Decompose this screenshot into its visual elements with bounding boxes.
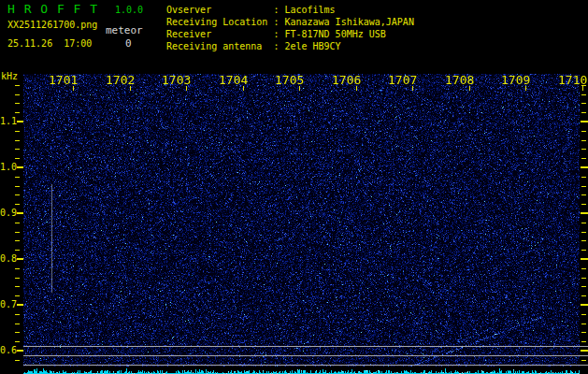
- freq-tick-right: [581, 341, 586, 342]
- freq-tick-left: [15, 103, 20, 104]
- freq-tick-right: [581, 240, 586, 241]
- freq-tick-left: [17, 304, 23, 306]
- freq-tick-right: [581, 177, 586, 178]
- freq-tick-left: [15, 250, 20, 251]
- freq-tick-left: [15, 360, 20, 361]
- freq-tick-left: [15, 186, 20, 187]
- reference-line: [23, 355, 588, 356]
- freq-tick-left: [15, 204, 20, 205]
- time-label: 1702: [106, 75, 135, 86]
- freq-tick-right: [581, 360, 586, 361]
- freq-tick-left: [15, 314, 20, 315]
- freq-tick-right: [581, 121, 588, 122]
- freq-tick-right: [581, 278, 586, 279]
- hrofft-screen: H R O F F T 1.0.0 XX2511261700.png meteo…: [0, 0, 588, 374]
- freq-tick-left: [15, 278, 20, 279]
- time-label: 1701: [49, 75, 78, 86]
- freq-tick-left: [17, 350, 23, 352]
- freq-tick-right: [581, 304, 588, 306]
- freq-tick-right: [581, 140, 586, 141]
- time-tick: [299, 86, 300, 91]
- time-tick: [469, 86, 470, 91]
- freq-tick-right: [581, 94, 586, 95]
- time-tick: [412, 86, 413, 91]
- time-label: 1703: [162, 75, 191, 86]
- freq-label: 0.9: [0, 208, 16, 219]
- freq-label: 1.0: [0, 162, 16, 173]
- time-label: 1705: [275, 75, 304, 86]
- freq-unit-label: kHz: [1, 71, 18, 81]
- receiver-info-row: Receiver : FT-817ND 50MHz USB: [166, 28, 414, 40]
- signal-level-strip: [23, 367, 580, 374]
- spectrogram-canvas: [23, 74, 580, 367]
- time-label: 1706: [332, 75, 361, 86]
- freq-tick-left: [15, 295, 20, 296]
- freq-tick-left: [15, 324, 20, 324]
- time-tick: [186, 86, 187, 91]
- freq-tick-left: [17, 166, 23, 168]
- freq-tick-right: [581, 166, 588, 168]
- freq-tick-left: [15, 332, 20, 333]
- freq-tick-right: [581, 324, 586, 324]
- reference-line: [23, 365, 588, 366]
- freq-tick-right: [581, 149, 586, 150]
- freq-tick-left: [15, 85, 20, 86]
- time-label: 1710: [558, 75, 587, 86]
- freq-tick-right: [581, 268, 586, 269]
- time-tick: [73, 86, 74, 91]
- freq-label: 0.8: [0, 253, 16, 265]
- time-tick: [525, 86, 526, 91]
- receiver-info-row: Receiving Location : Kanazawa Ishikawa,J…: [166, 16, 414, 28]
- freq-tick-right: [581, 158, 586, 159]
- receiver-info-row: Ovserver : Lacofilms: [166, 4, 414, 16]
- freq-tick-right: [581, 350, 588, 352]
- freq-tick-left: [15, 240, 20, 241]
- freq-tick-right: [581, 286, 586, 287]
- receiver-info-row: Receiving antenna : 2ele HB9CY: [166, 40, 414, 52]
- freq-tick-right: [581, 112, 586, 113]
- app-version: 1.0.0: [115, 5, 143, 15]
- freq-label: 0.7: [0, 299, 16, 310]
- freq-tick-right: [581, 204, 586, 205]
- freq-tick-right: [581, 131, 586, 132]
- freq-tick-left: [15, 94, 20, 95]
- freq-tick-right: [581, 212, 588, 214]
- time-tick: [356, 86, 357, 91]
- freq-tick-left: [15, 140, 20, 141]
- date-time-label: 25.11.26 17:00: [7, 38, 92, 50]
- mode-label: meteor: [106, 25, 143, 36]
- freq-tick-left: [15, 149, 20, 150]
- meteor-count: 0: [125, 38, 132, 50]
- app-title: H R O F F T: [7, 3, 98, 15]
- time-tick: [582, 86, 583, 91]
- freq-tick-left: [15, 286, 20, 287]
- freq-tick-right: [581, 295, 586, 296]
- time-tick: [130, 86, 131, 91]
- time-label: 1704: [219, 75, 248, 86]
- receiver-info-block: Ovserver : LacofilmsReceiving Location :…: [166, 4, 414, 52]
- time-label: 1709: [501, 75, 530, 86]
- freq-tick-right: [581, 314, 586, 315]
- freq-tick-right: [581, 186, 586, 187]
- freq-tick-left: [15, 341, 20, 342]
- time-label: 1708: [445, 75, 474, 86]
- freq-tick-left: [15, 194, 20, 195]
- freq-tick-right: [581, 250, 586, 251]
- freq-tick-right: [581, 232, 586, 233]
- freq-label: 1.1: [0, 116, 16, 127]
- reference-line: [23, 346, 588, 347]
- freq-tick-left: [15, 223, 20, 223]
- freq-tick-left: [15, 232, 20, 233]
- freq-tick-right: [581, 332, 586, 333]
- freq-tick-right: [581, 258, 588, 260]
- freq-tick-left: [15, 112, 20, 113]
- output-filename: XX2511261700.png: [7, 20, 97, 31]
- time-label: 1707: [388, 75, 417, 86]
- freq-tick-right: [581, 223, 586, 223]
- freq-tick-left: [17, 258, 23, 260]
- freq-tick-left: [15, 177, 20, 178]
- freq-tick-left: [15, 268, 20, 269]
- freq-tick-left: [15, 131, 20, 132]
- count-band-marker: [51, 184, 52, 293]
- freq-tick-right: [581, 194, 586, 195]
